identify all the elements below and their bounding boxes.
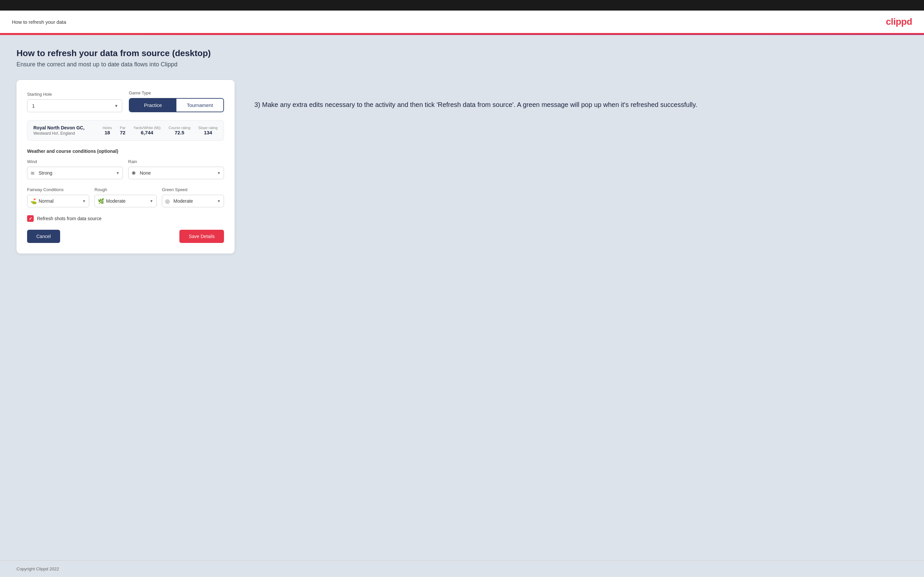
side-description: 3) Make any extra edits necessary to the…	[254, 100, 908, 110]
stat-course-rating: Course rating 72.5	[168, 126, 190, 135]
save-button[interactable]: Save Details	[179, 230, 224, 243]
course-stats: Holes 18 Par 72 Yards/White (M)) 6,744 C…	[103, 126, 218, 135]
header-title: How to refresh your data	[12, 19, 66, 25]
rain-select[interactable]: None Light Heavy	[128, 167, 224, 179]
rain-label: Rain	[128, 159, 224, 164]
wind-rain-row: Wind ≋ Strong None Mild Moderate ▼ Rain	[27, 159, 224, 179]
yards-value: 6,744	[134, 130, 160, 135]
fairway-field: Fairway Conditions ⛳ Normal Soft Firm ▼	[27, 187, 89, 207]
practice-btn[interactable]: Practice	[129, 99, 176, 111]
green-speed-select-wrapper: ◎ Moderate Slow Fast ▼	[162, 195, 224, 207]
course-info: Royal North Devon GC, Westward Ho!, Engl…	[33, 125, 95, 136]
rough-select-wrapper: 🌿 Moderate Light Heavy ▼	[94, 195, 157, 207]
rough-field: Rough 🌿 Moderate Light Heavy ▼	[94, 187, 157, 207]
wind-select[interactable]: Strong None Mild Moderate	[27, 167, 123, 179]
tournament-btn[interactable]: Tournament	[176, 99, 223, 111]
green-speed-field: Green Speed ◎ Moderate Slow Fast ▼	[162, 187, 224, 207]
button-row: Cancel Save Details	[27, 230, 224, 243]
fairway-select-wrapper: ⛳ Normal Soft Firm ▼	[27, 195, 89, 207]
refresh-label: Refresh shots from data source	[37, 216, 102, 221]
course-name: Royal North Devon GC,	[33, 125, 95, 131]
starting-hole-wrapper: 1 2 10 ▼	[27, 99, 122, 112]
green-speed-label: Green Speed	[162, 187, 224, 192]
logo: clippd	[886, 16, 912, 27]
wind-select-wrapper: ≋ Strong None Mild Moderate ▼	[27, 167, 123, 179]
rain-select-wrapper: ✺ None Light Heavy ▼	[128, 167, 224, 179]
par-label: Par	[120, 126, 126, 130]
starting-hole-label: Starting Hole	[27, 92, 122, 97]
course-location: Westward Ho!, England	[33, 131, 95, 136]
game-type-section: Game Type Practice Tournament	[129, 90, 224, 112]
wind-label: Wind	[27, 159, 123, 164]
game-type-toggle: Practice Tournament	[129, 98, 224, 112]
refresh-checkbox[interactable]	[27, 215, 34, 222]
cancel-button[interactable]: Cancel	[27, 230, 60, 243]
rough-select[interactable]: Moderate Light Heavy	[94, 195, 157, 207]
game-type-label: Game Type	[129, 90, 224, 95]
stat-slope: Slope rating 134	[198, 126, 218, 135]
yards-label: Yards/White (M))	[134, 126, 160, 130]
edit-card: Starting Hole 1 2 10 ▼ Game Type Practic…	[16, 80, 234, 253]
side-text-area: 3) Make any extra edits necessary to the…	[254, 80, 908, 110]
top-fields-row: Starting Hole 1 2 10 ▼ Game Type Practic…	[27, 90, 224, 112]
fairway-select[interactable]: Normal Soft Firm	[27, 195, 89, 207]
rough-label: Rough	[94, 187, 157, 192]
main-content: How to refresh your data from source (de…	[0, 35, 924, 560]
top-bar	[0, 0, 924, 11]
footer-copyright: Copyright Clippd 2022	[16, 566, 59, 571]
holes-label: Holes	[103, 126, 112, 130]
holes-value: 18	[103, 130, 112, 135]
stat-par: Par 72	[120, 126, 126, 135]
conditions-row-2: Fairway Conditions ⛳ Normal Soft Firm ▼ …	[27, 187, 224, 207]
starting-hole-select[interactable]: 1 2 10	[27, 99, 122, 112]
par-value: 72	[120, 130, 126, 135]
green-speed-select[interactable]: Moderate Slow Fast	[162, 195, 224, 207]
rain-field: Rain ✺ None Light Heavy ▼	[128, 159, 224, 179]
course-rating-label: Course rating	[168, 126, 190, 130]
content-area: Starting Hole 1 2 10 ▼ Game Type Practic…	[16, 80, 908, 253]
course-rating-value: 72.5	[168, 130, 190, 135]
stat-yards: Yards/White (M)) 6,744	[134, 126, 160, 135]
wind-field: Wind ≋ Strong None Mild Moderate ▼	[27, 159, 123, 179]
slope-value: 134	[198, 130, 218, 135]
page-subtitle: Ensure the correct and most up to date d…	[16, 61, 908, 68]
conditions-heading: Weather and course conditions (optional)	[27, 148, 224, 154]
refresh-checkbox-row: Refresh shots from data source	[27, 215, 224, 222]
footer: Copyright Clippd 2022	[0, 560, 924, 577]
fairway-label: Fairway Conditions	[27, 187, 89, 192]
course-row: Royal North Devon GC, Westward Ho!, Engl…	[27, 120, 224, 140]
header: How to refresh your data clippd	[0, 11, 924, 34]
stat-holes: Holes 18	[103, 126, 112, 135]
slope-label: Slope rating	[198, 126, 218, 130]
starting-hole-section: Starting Hole 1 2 10 ▼	[27, 92, 122, 112]
page-title: How to refresh your data from source (de…	[16, 48, 908, 58]
